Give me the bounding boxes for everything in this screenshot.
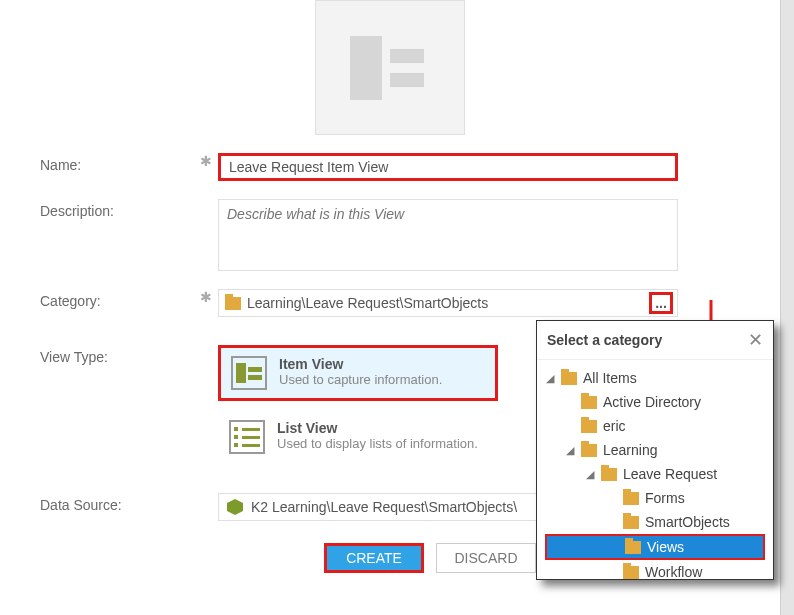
popup-header: Select a category ✕ [537, 321, 773, 360]
name-label: Name: [40, 153, 200, 173]
list-view-icon [229, 420, 265, 454]
item-view-title: Item View [279, 356, 442, 372]
category-tree: ◢ All Items ▶ Active Directory ▶ eric ◢ … [537, 360, 773, 590]
data-source-label: Data Source: [40, 493, 200, 513]
folder-icon [601, 468, 617, 481]
category-input: Learning\Leave Request\SmartObjects ... [218, 289, 678, 317]
category-picker-popup: Select a category ✕ ◢ All Items ▶ Active… [536, 320, 774, 580]
view-type-options: Item View Used to capture information. L… [218, 345, 498, 473]
folder-icon [623, 492, 639, 505]
folder-icon [581, 396, 597, 409]
name-input[interactable] [218, 153, 678, 181]
create-button[interactable]: CREATE [324, 543, 424, 573]
description-label: Description: [40, 199, 200, 219]
folder-icon [625, 541, 641, 554]
view-type-label: View Type: [40, 345, 200, 365]
item-view-desc: Used to capture information. [279, 372, 442, 387]
tree-item-all[interactable]: ◢ All Items [545, 366, 765, 390]
required-marker: ✱ [200, 153, 212, 169]
list-view-desc: Used to display lists of information. [277, 436, 478, 451]
folder-icon [581, 444, 597, 457]
discard-button[interactable]: DISCARD [436, 543, 536, 573]
folder-icon [623, 516, 639, 529]
row-category: Category: ✱ Learning\Leave Request\Smart… [40, 289, 740, 317]
tree-item-ad[interactable]: ▶ Active Directory [545, 390, 765, 414]
required-marker: ✱ [200, 289, 212, 305]
view-type-item[interactable]: Item View Used to capture information. [218, 345, 498, 401]
close-icon[interactable]: ✕ [748, 329, 763, 351]
tree-item-eric[interactable]: ▶ eric [545, 414, 765, 438]
category-browse-button[interactable]: ... [649, 292, 673, 314]
folder-icon [581, 420, 597, 433]
view-preview-icon-wrap [40, 0, 740, 135]
tree-item-learning[interactable]: ◢ Learning [545, 438, 765, 462]
list-view-title: List View [277, 420, 478, 436]
tree-item-leave-request[interactable]: ◢ Leave Request [545, 462, 765, 486]
tree-item-workflow[interactable]: Workflow [545, 560, 765, 584]
category-value: Learning\Leave Request\SmartObjects [247, 295, 643, 311]
folder-icon [623, 566, 639, 579]
row-description: Description: ✱ [40, 199, 740, 271]
smartobject-icon [227, 499, 243, 515]
folder-icon [225, 297, 241, 310]
scrollbar-track[interactable] [780, 0, 794, 615]
data-source-value: K2 Learning\Leave Request\SmartObjects\ [251, 499, 517, 515]
expand-icon[interactable]: ◢ [545, 372, 555, 385]
category-label: Category: [40, 289, 200, 309]
tree-item-views[interactable]: Views [545, 534, 765, 560]
tree-item-smartobjects[interactable]: SmartObjects [545, 510, 765, 534]
item-view-icon [231, 356, 267, 390]
expand-icon[interactable]: ◢ [565, 444, 575, 457]
expand-icon[interactable]: ◢ [585, 468, 595, 481]
folder-icon [561, 372, 577, 385]
view-type-list[interactable]: List View Used to display lists of infor… [218, 411, 498, 463]
row-name: Name: ✱ [40, 153, 740, 181]
tree-item-forms[interactable]: Forms [545, 486, 765, 510]
view-preview-icon [315, 0, 465, 135]
description-input[interactable] [218, 199, 678, 271]
popup-title: Select a category [547, 332, 662, 348]
